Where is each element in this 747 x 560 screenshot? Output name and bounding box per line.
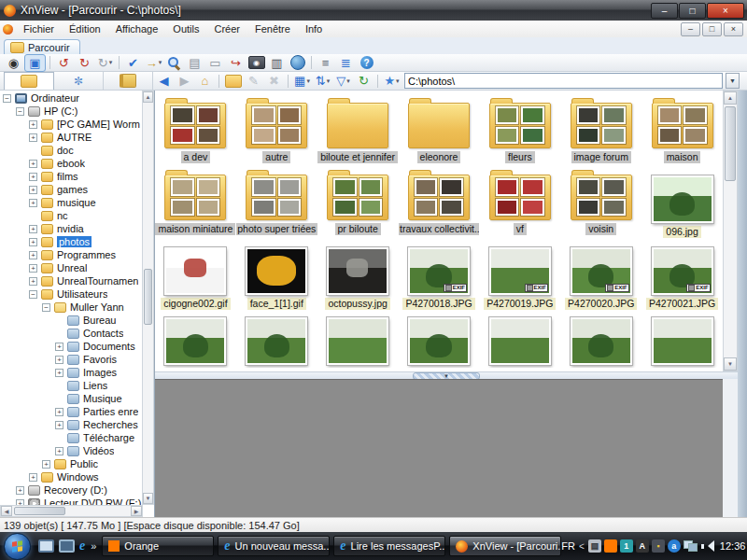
tree-expander-icon[interactable]: + (29, 173, 37, 181)
tree-item-documents[interactable]: +Documents (0, 340, 143, 353)
tree-item-public[interactable]: +Public (0, 457, 143, 470)
avast-a-tray-icon[interactable]: a (668, 539, 681, 553)
pane-splitter[interactable]: ▼ (155, 371, 738, 379)
menu-outils[interactable]: Outils (165, 23, 206, 35)
scroll-down-icon[interactable]: ▼ (143, 493, 153, 504)
file-list-button[interactable]: ≣ (336, 55, 356, 71)
thumbnail-photo-super-tri-es[interactable]: photo super triées (236, 166, 317, 238)
tree-expander-icon[interactable]: + (29, 133, 37, 142)
tree-item-ordinateur[interactable]: −Ordinateur (0, 91, 143, 105)
taskbar-button-xnview-parcouri[interactable]: XnView - [Parcouri... (449, 536, 561, 556)
thumbnail-pr-biloute[interactable]: pr biloute (317, 166, 399, 238)
rotate-menu-button[interactable]: ↻▾ (95, 55, 115, 71)
tree-expander-icon[interactable]: + (29, 473, 37, 482)
tree-expander-icon[interactable]: + (55, 369, 63, 377)
tree-item-images[interactable]: +Images (0, 366, 143, 379)
tree-item-contacts[interactable]: +Contacts (0, 327, 143, 340)
tree-expander-icon[interactable]: + (29, 186, 37, 194)
refresh-button[interactable]: ↻ (354, 73, 374, 89)
tree-item-programmes[interactable]: +Programmes (0, 248, 143, 261)
tree-expander-icon[interactable]: + (16, 486, 24, 495)
tree-scroll-thumb[interactable] (144, 269, 152, 325)
thumbnail-cigogne002-gif[interactable]: cigogne002.gif (155, 238, 236, 310)
thumbnail-a-dev[interactable]: a dev (155, 94, 236, 166)
tree-item-nvidia[interactable]: +nvidia (0, 222, 143, 235)
move-copy-button[interactable]: →▾ (144, 55, 163, 71)
tree-expander-icon[interactable]: + (55, 356, 63, 364)
thumbnail-p4270018-jpg[interactable]: EXIFP4270018.JPG (399, 238, 480, 310)
taskbar-button-un-nouveau-messa[interactable]: eUn nouveau messa... (218, 536, 330, 556)
maximize-button[interactable]: □ (679, 3, 706, 19)
folders-tab[interactable] (4, 72, 54, 90)
tree-item-vid-os[interactable]: +Vidéos (0, 444, 143, 457)
thumbnail-image-forum[interactable]: image forum (560, 94, 641, 166)
menu-info[interactable]: Info (298, 23, 330, 35)
menu-dition[interactable]: Édition (62, 23, 108, 35)
batch-convert-button[interactable]: ✔ (123, 55, 143, 71)
tree-expander-icon[interactable]: − (42, 303, 50, 312)
tree-item-ebook[interactable]: +ebook (0, 157, 143, 170)
tab-parcourir[interactable]: Parcourir (4, 39, 80, 55)
scroll-left-icon[interactable]: ◀ (1, 506, 12, 516)
thumbnail-face-1-1-gif[interactable]: face_1[1].gif (236, 238, 317, 310)
mdi-close-button[interactable]: × (724, 22, 743, 36)
tree-item-musique[interactable]: +musique (0, 196, 143, 209)
thumbnail-partial-2[interactable] (236, 310, 317, 368)
thumbnail-partial-1[interactable] (155, 310, 236, 368)
tree-item-muller-yann[interactable]: −Muller Yann (0, 301, 143, 314)
taskbar-clock[interactable]: 12:36 (720, 540, 746, 552)
tree-item-pc-game-worm[interactable]: +[PC GAME] Worm (0, 118, 143, 131)
tree-expander-icon[interactable]: + (29, 238, 37, 246)
scroll-up-icon[interactable]: ▲ (724, 91, 737, 105)
menu-fichier[interactable]: Fichier (16, 23, 62, 35)
minimize-button[interactable]: – (651, 3, 678, 19)
export-button[interactable]: ↪ (226, 55, 246, 71)
tree-item-photos[interactable]: +photos (0, 235, 143, 248)
tree-expander-icon[interactable]: + (29, 264, 37, 273)
viewer-button[interactable]: ◉ (4, 55, 23, 71)
start-button[interactable] (4, 533, 31, 560)
tree-horizontal-scrollbar[interactable]: ◀ ▶ (0, 505, 143, 517)
scroll-up-icon[interactable]: ▲ (143, 91, 153, 103)
tree-item-bureau[interactable]: +Bureau (0, 314, 143, 327)
menu-cr-er[interactable]: Créer (206, 23, 247, 35)
thumbnail-partial-7[interactable] (641, 310, 723, 368)
thumbnail-partial-5[interactable] (479, 310, 560, 368)
thumbnail-p4270020-jpg[interactable]: EXIFP4270020.JPG (560, 238, 641, 310)
filter-button[interactable]: ▽▾ (333, 73, 353, 89)
tree-expander-icon[interactable]: + (29, 277, 37, 286)
printer-tray-icon[interactable]: ▤ (588, 539, 601, 553)
menu-fen-tre[interactable]: Fenêtre (247, 23, 298, 35)
thumbnail-vf[interactable]: vf (479, 166, 560, 238)
internet-explorer-icon[interactable]: e (79, 539, 85, 553)
utility-tray-icon[interactable]: ▪ (652, 539, 665, 553)
thumbnail-maison-miniature[interactable]: maison miniature (155, 166, 236, 238)
thumbnail-partial-6[interactable] (560, 310, 641, 368)
thumbnail-voisin[interactable]: voisin (560, 166, 641, 238)
mdi-document-icon[interactable] (3, 24, 13, 35)
tree-item-favoris[interactable]: +Favoris (0, 353, 143, 366)
rotate-left-button[interactable]: ↺ (54, 55, 74, 71)
scan-button[interactable]: ▭ (205, 55, 225, 71)
taskbar-button-lire-les-messagesp[interactable]: eLire les messagesP... (333, 536, 445, 556)
menu-affichage[interactable]: Affichage (108, 23, 166, 35)
tree-expander-icon[interactable]: + (55, 421, 63, 429)
tree-item-recovery-d[interactable]: +Recovery (D:) (0, 483, 143, 497)
tree-expander-icon[interactable]: + (29, 251, 37, 259)
tree-item-hp-c[interactable]: −HP (C:) (0, 105, 143, 118)
thumb-scroll-thumb[interactable] (725, 106, 736, 181)
tree-vertical-scrollbar[interactable]: ▲ ▼ (142, 91, 154, 505)
show-desktop-icon[interactable] (38, 539, 54, 553)
slideshow-button[interactable]: ▥ (267, 55, 287, 71)
tray-collapse-icon[interactable]: < (579, 541, 585, 552)
new-folder-button[interactable] (223, 73, 243, 89)
sort-button[interactable]: ⇅▾ (313, 73, 332, 89)
mdi-minimize-button[interactable]: – (681, 22, 700, 36)
up-level-button[interactable]: ⌂ (195, 73, 215, 89)
tree-expander-icon[interactable]: + (55, 447, 63, 455)
tree-item-unrealtournamen[interactable]: +UnrealTournamen (0, 274, 143, 287)
tree-item-nc[interactable]: +nc (0, 209, 143, 222)
browser-button[interactable]: ▣ (24, 54, 46, 72)
switch-windows-icon[interactable] (59, 539, 75, 553)
tree-item-autre[interactable]: +AUTRE (0, 131, 143, 144)
